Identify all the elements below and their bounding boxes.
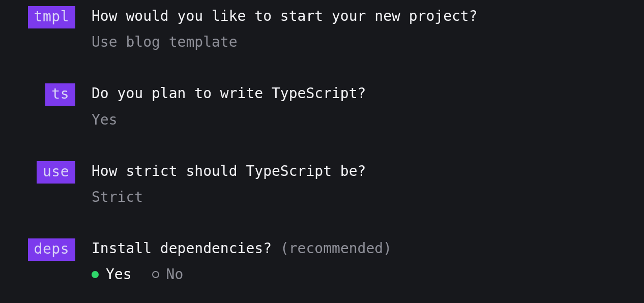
choice-no[interactable]: No <box>152 264 184 284</box>
radio-hollow-icon <box>152 271 159 278</box>
prompt-content: How strict should TypeScript be? Strict <box>92 161 644 207</box>
prompt-hint: (recommended) <box>280 240 392 257</box>
tag-tmpl: tmpl <box>28 6 75 28</box>
tag-column: use <box>0 161 92 184</box>
prompt-row-tmpl: tmpl How would you like to start your ne… <box>0 6 644 52</box>
tag-ts: ts <box>45 83 75 106</box>
radio-filled-icon <box>92 271 99 278</box>
prompt-row-deps: deps Install dependencies? (recommended)… <box>0 238 644 284</box>
prompt-answer: Use blog template <box>92 32 644 52</box>
tag-column: tmpl <box>0 6 92 28</box>
prompt-question: How strict should TypeScript be? <box>92 161 644 181</box>
prompt-question: Install dependencies? <box>92 240 272 257</box>
prompt-row-ts: ts Do you plan to write TypeScript? Yes <box>0 83 644 129</box>
choice-yes[interactable]: Yes <box>92 264 132 284</box>
choice-group: Yes No <box>92 264 644 284</box>
tag-column: ts <box>0 83 92 106</box>
prompt-content: How would you like to start your new pro… <box>92 6 644 52</box>
prompt-question: How would you like to start your new pro… <box>92 6 644 26</box>
choice-label: No <box>166 264 184 284</box>
choice-label: Yes <box>106 264 132 284</box>
prompt-question-line: Install dependencies? (recommended) <box>92 238 644 258</box>
tag-use: use <box>37 161 75 184</box>
prompt-content: Do you plan to write TypeScript? Yes <box>92 83 644 129</box>
prompt-answer: Strict <box>92 187 644 207</box>
prompt-answer: Yes <box>92 110 644 130</box>
cli-wizard: tmpl How would you like to start your ne… <box>0 0 644 285</box>
prompt-content: Install dependencies? (recommended) Yes … <box>92 238 644 284</box>
tag-deps: deps <box>28 238 75 261</box>
tag-column: deps <box>0 238 92 261</box>
prompt-row-use: use How strict should TypeScript be? Str… <box>0 161 644 207</box>
prompt-question: Do you plan to write TypeScript? <box>92 83 644 103</box>
